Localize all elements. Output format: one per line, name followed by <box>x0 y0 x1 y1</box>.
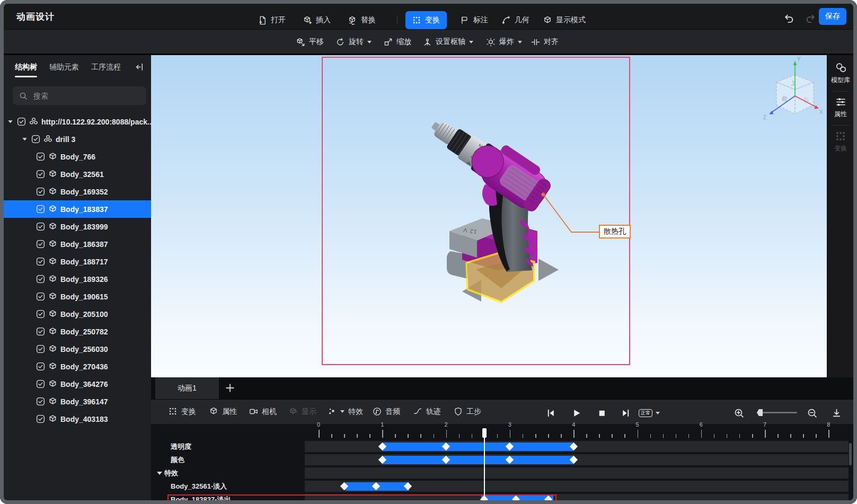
search-box[interactable] <box>13 86 146 105</box>
track-lane <box>305 467 849 479</box>
edit-tool-pan[interactable]: 平移 <box>296 30 324 54</box>
stop-button[interactable] <box>595 406 608 420</box>
play-button[interactable] <box>569 406 583 420</box>
timeline-bar[interactable] <box>382 456 573 464</box>
playhead-handle[interactable] <box>482 428 487 438</box>
timeline-scrollbar[interactable] <box>849 443 852 465</box>
group-collapse-icon[interactable] <box>157 472 162 475</box>
undo-icon[interactable] <box>783 13 794 25</box>
tree-item-body_270436[interactable]: Body_270436 <box>4 358 151 375</box>
timeline-zoom-out-icon[interactable] <box>805 406 819 420</box>
timeline-tool-display[interactable]: 显示 <box>289 399 316 424</box>
body-icon <box>48 379 57 388</box>
checkbox[interactable] <box>36 170 45 179</box>
redo-icon[interactable] <box>805 13 817 25</box>
edit-tool-align[interactable]: 对齐 <box>531 30 559 54</box>
tree-item-body_32561[interactable]: Body_32561 <box>4 165 151 183</box>
checkbox[interactable] <box>36 187 45 196</box>
tree-item-label: Body_205100 <box>60 310 108 319</box>
add-timeline-tab-icon[interactable] <box>225 383 235 393</box>
prev-frame-button[interactable] <box>544 406 558 420</box>
checkbox[interactable] <box>36 292 45 301</box>
checkbox[interactable] <box>36 222 45 231</box>
expander-icon[interactable] <box>21 136 28 143</box>
right-sidebar-item-model-library[interactable]: 模型库 <box>827 63 854 85</box>
timeline-tool-audio[interactable]: 音频 <box>373 399 400 424</box>
tree-item-body_169352[interactable]: Body_169352 <box>4 183 151 200</box>
track-label[interactable]: Body_32561-淡入 <box>171 482 227 491</box>
timeline-tool-properties[interactable]: 属性 <box>209 399 237 424</box>
tree-item-body_183999[interactable]: Body_183999 <box>4 218 151 235</box>
track-group-label[interactable]: 特效 <box>157 468 178 478</box>
timeline-tool-transform[interactable]: 变换 <box>169 399 196 424</box>
ruler-major-tick <box>446 430 447 438</box>
chevron-down-icon <box>469 41 473 43</box>
annotation-label[interactable]: 散热孔 <box>599 225 631 238</box>
timeline-zoom-slider[interactable] <box>757 412 797 413</box>
arc-icon <box>502 16 511 25</box>
tree-item-body_256030[interactable]: Body_256030 <box>4 340 151 358</box>
timeline-tool-step[interactable]: 工步 <box>454 399 481 424</box>
toolbar-item-transform[interactable]: 变换 <box>405 11 447 29</box>
timeline-tool-camera[interactable]: 相机 <box>249 399 277 424</box>
edit-tool-scale[interactable]: 缩放 <box>384 30 411 54</box>
edit-tool-pivot[interactable]: 设置枢轴 <box>423 30 473 54</box>
checkbox[interactable] <box>36 275 45 284</box>
timeline-bar[interactable] <box>382 443 573 451</box>
search-input[interactable] <box>32 91 125 101</box>
scale-arrow-icon <box>384 38 393 47</box>
checkbox[interactable] <box>36 397 45 406</box>
playhead-line[interactable] <box>484 428 485 500</box>
view-cube[interactable]: 上 前 右 Y X Z <box>759 55 828 123</box>
checkbox[interactable] <box>36 240 45 249</box>
track-label[interactable]: 透明度 <box>171 442 191 452</box>
checkbox[interactable] <box>36 344 45 353</box>
checkbox[interactable] <box>36 327 45 336</box>
timeline-tool-effects[interactable]: 特效 <box>328 399 363 424</box>
tree-item-label: Body_270436 <box>60 362 108 371</box>
assembly-icon <box>43 135 52 144</box>
checkbox[interactable] <box>36 152 45 161</box>
edit-tool-rotate[interactable]: 旋转 <box>336 30 372 54</box>
tree-item-body_396147[interactable]: Body_396147 <box>4 393 151 410</box>
tree-item-body_188717[interactable]: Body_188717 <box>4 253 151 270</box>
tree-item-body_189326[interactable]: Body_189326 <box>4 270 151 288</box>
timeline-zoom-in-icon[interactable] <box>732 406 746 420</box>
viewcube-face-top[interactable]: 上 <box>790 79 797 86</box>
checkbox[interactable] <box>36 257 45 266</box>
tree-item-drill-3[interactable]: drill 3 <box>4 130 151 148</box>
tree-item-body_205100[interactable]: Body_205100 <box>4 305 151 323</box>
checkbox[interactable] <box>31 135 40 144</box>
edit-tool-explode[interactable]: 爆炸 <box>487 30 522 54</box>
timeline-tab-animation1[interactable]: 动画1 <box>155 377 219 399</box>
next-frame-button[interactable] <box>619 406 632 420</box>
tree-item-body_186387[interactable]: Body_186387 <box>4 235 151 253</box>
track-label[interactable]: 颜色 <box>171 455 184 465</box>
checkbox[interactable] <box>36 379 45 388</box>
tree-item-http-10-122-92-200-8088-pack-[interactable]: http://10.122.92.200:8088/pack... <box>4 113 151 130</box>
checkbox[interactable] <box>36 362 45 371</box>
panel-tab-0[interactable]: 结构树 <box>15 60 37 77</box>
tree-item-body_250782[interactable]: Body_250782 <box>4 323 151 340</box>
expander-icon[interactable] <box>7 118 14 125</box>
tree-item-body_766[interactable]: Body_766 <box>4 148 151 165</box>
save-button[interactable]: 保存 <box>819 8 846 25</box>
panel-tab-1[interactable]: 辅助元素 <box>49 60 79 77</box>
play-mode-button[interactable]: 正常 <box>639 406 660 419</box>
timeline-tool-label: 特效 <box>348 407 363 417</box>
timeline-tool-trajectory[interactable]: 轨迹 <box>413 399 441 424</box>
collapse-panel-icon[interactable] <box>135 63 144 72</box>
checkbox[interactable] <box>36 310 45 319</box>
tree-item-body_403183[interactable]: Body_403183 <box>4 410 151 428</box>
tree-item-body_183837[interactable]: Body_183837 <box>4 200 151 218</box>
right-sidebar-item-transform[interactable]: 变换 <box>827 131 854 153</box>
right-sidebar-item-properties[interactable]: 属性 <box>827 96 854 119</box>
panel-tab-2[interactable]: 工序流程 <box>91 60 121 77</box>
checkbox[interactable] <box>36 205 45 214</box>
export-download-icon[interactable] <box>829 406 843 420</box>
tree-item-body_190615[interactable]: Body_190615 <box>4 288 151 305</box>
checkbox[interactable] <box>17 117 26 126</box>
tree-item-body_364276[interactable]: Body_364276 <box>4 375 151 393</box>
checkbox[interactable] <box>36 414 45 423</box>
right-sidebar-label: 模型库 <box>831 76 850 85</box>
